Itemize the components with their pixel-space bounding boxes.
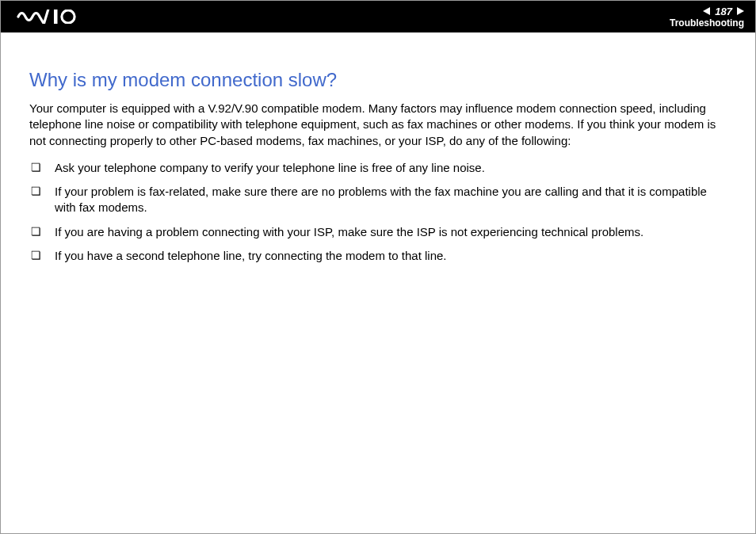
content-area: Why is my modem connection slow? Your co… xyxy=(1,32,755,264)
header-bar: 187 Troubleshooting xyxy=(1,1,755,32)
list-item: If you have a second telephone line, try… xyxy=(29,248,727,264)
vaio-logo xyxy=(15,10,93,24)
prev-page-arrow-icon[interactable] xyxy=(703,7,710,15)
intro-paragraph: Your computer is equipped with a V.92/V.… xyxy=(29,101,727,149)
header-right: 187 Troubleshooting xyxy=(670,6,744,28)
page-title: Why is my modem connection slow? xyxy=(29,69,727,91)
vaio-logo-svg xyxy=(15,10,93,24)
bullet-list: Ask your telephone company to verify you… xyxy=(29,160,727,264)
next-page-arrow-icon[interactable] xyxy=(737,7,744,15)
svg-point-1 xyxy=(62,10,74,23)
section-name: Troubleshooting xyxy=(670,18,744,28)
page-nav: 187 xyxy=(703,6,744,17)
list-item: If you are having a problem connecting w… xyxy=(29,224,727,240)
list-item: Ask your telephone company to verify you… xyxy=(29,160,727,176)
svg-rect-0 xyxy=(54,10,58,24)
page-number: 187 xyxy=(713,6,734,17)
page-container: 187 Troubleshooting Why is my modem conn… xyxy=(0,0,756,534)
list-item: If your problem is fax-related, make sur… xyxy=(29,184,727,216)
